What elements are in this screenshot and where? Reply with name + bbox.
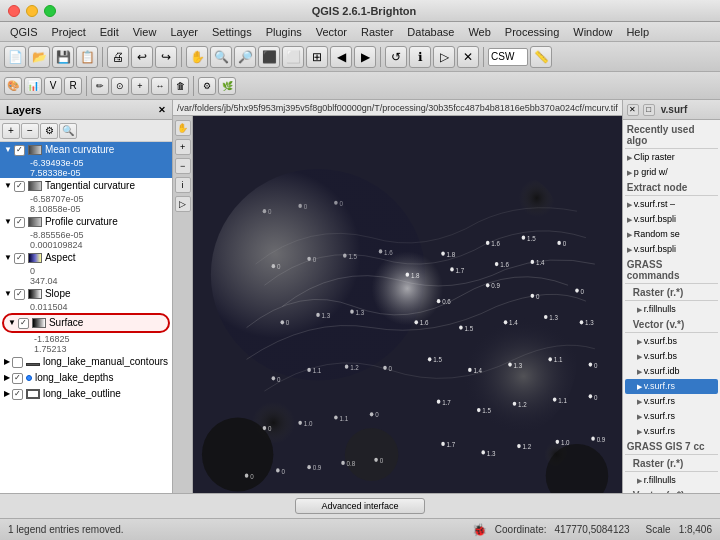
zoom-in-map-button[interactable]: + bbox=[175, 139, 191, 155]
layer-item-profile-curv[interactable]: ▼ Profile curvature bbox=[0, 214, 172, 230]
layer-item-surface[interactable]: ▼ Surface bbox=[2, 313, 170, 333]
maximize-button[interactable] bbox=[44, 5, 56, 17]
new-project-button[interactable]: 📄 bbox=[4, 46, 26, 68]
rp-item-vsrs4[interactable]: ▶ v.surf.rs bbox=[625, 424, 718, 439]
svg-text:0: 0 bbox=[268, 425, 272, 433]
menu-item-view[interactable]: View bbox=[127, 24, 163, 40]
layer-checkbox-slope[interactable] bbox=[14, 289, 25, 300]
svg-text:1.5: 1.5 bbox=[465, 324, 474, 332]
menu-item-help[interactable]: Help bbox=[620, 24, 655, 40]
rp-item-vs2[interactable]: ▶ v.surf.bs bbox=[625, 349, 718, 364]
processing-button[interactable]: ⚙ bbox=[198, 77, 216, 95]
layer-checkbox-surface[interactable] bbox=[18, 318, 29, 329]
add-group-button[interactable]: + bbox=[2, 123, 20, 139]
zoom-selection-button[interactable]: ⬜ bbox=[282, 46, 304, 68]
menu-item-layer[interactable]: Layer bbox=[164, 24, 204, 40]
digitize-button[interactable]: ✏ bbox=[91, 77, 109, 95]
menu-item-database[interactable]: Database bbox=[401, 24, 460, 40]
rp-item-vsurf-rst[interactable]: ▶ v.surf.rst – bbox=[625, 197, 718, 212]
layer-checkbox-aspect[interactable] bbox=[14, 253, 25, 264]
add-feature-button[interactable]: + bbox=[131, 77, 149, 95]
filter-layers-button[interactable]: 🔍 bbox=[59, 123, 77, 139]
scale-input[interactable] bbox=[488, 48, 528, 66]
layer-checkbox-tangential-curv[interactable] bbox=[14, 181, 25, 192]
layer-checkbox-contours[interactable] bbox=[12, 357, 23, 368]
layer-item-depths[interactable]: ▶ long_lake_depths bbox=[0, 370, 172, 386]
zoom-layer-button[interactable]: ⊞ bbox=[306, 46, 328, 68]
print-button[interactable]: 🖨 bbox=[107, 46, 129, 68]
menu-item-qgis[interactable]: QGIS bbox=[4, 24, 44, 40]
rp-item-vs1[interactable]: ▶ v.surf.bs bbox=[625, 334, 718, 349]
open-attribute-table-button[interactable]: 📊 bbox=[24, 77, 42, 95]
menu-item-window[interactable]: Window bbox=[567, 24, 618, 40]
menu-item-edit[interactable]: Edit bbox=[94, 24, 125, 40]
layer-item-slope[interactable]: ▼ Slope bbox=[0, 286, 172, 302]
zoom-next-button[interactable]: ▶ bbox=[354, 46, 376, 68]
rp-item-random-se[interactable]: ▶ Random se bbox=[625, 227, 718, 242]
zoom-out-button[interactable]: 🔎 bbox=[234, 46, 256, 68]
info-map-button[interactable]: i bbox=[175, 177, 191, 193]
open-project-button[interactable]: 📂 bbox=[28, 46, 50, 68]
select-feature-button[interactable]: ▷ bbox=[433, 46, 455, 68]
rp-item-rfillnulls1[interactable]: ▶ r.fillnulls bbox=[625, 302, 718, 317]
zoom-extent-button[interactable]: ⬛ bbox=[258, 46, 280, 68]
rp-item-pgrid[interactable]: ▶ p grid w/ bbox=[625, 165, 718, 180]
svg-point-112 bbox=[379, 249, 383, 253]
grass-button[interactable]: 🌿 bbox=[218, 77, 236, 95]
menu-item-vector[interactable]: Vector bbox=[310, 24, 353, 40]
add-raster-layer-button[interactable]: R bbox=[64, 77, 82, 95]
menu-item-processing[interactable]: Processing bbox=[499, 24, 565, 40]
zoom-in-button[interactable]: 🔍 bbox=[210, 46, 232, 68]
menu-item-project[interactable]: Project bbox=[46, 24, 92, 40]
layer-checkbox-depths[interactable] bbox=[12, 373, 23, 384]
rp-item-clip-raster[interactable]: ▶ Clip raster bbox=[625, 150, 718, 165]
zoom-prev-button[interactable]: ◀ bbox=[330, 46, 352, 68]
save-as-button[interactable]: 📋 bbox=[76, 46, 98, 68]
rp-item-vsrs3[interactable]: ▶ v.surf.rs bbox=[625, 409, 718, 424]
rp-item-vsurf-bsp2[interactable]: ▶ v.surf.bspli bbox=[625, 242, 718, 257]
svg-point-78 bbox=[307, 465, 311, 469]
menu-item-settings[interactable]: Settings bbox=[206, 24, 258, 40]
right-panel-close-2[interactable]: □ bbox=[643, 104, 655, 116]
layer-checkbox-outline[interactable] bbox=[12, 389, 23, 400]
svg-text:0: 0 bbox=[340, 199, 344, 207]
menu-item-raster[interactable]: Raster bbox=[355, 24, 399, 40]
undo-button[interactable]: ↩ bbox=[131, 46, 153, 68]
save-project-button[interactable]: 💾 bbox=[52, 46, 74, 68]
redo-button[interactable]: ↪ bbox=[155, 46, 177, 68]
layer-checkbox-profile-curv[interactable] bbox=[14, 217, 25, 228]
layers-panel-close[interactable]: ✕ bbox=[158, 105, 166, 115]
layer-item-aspect[interactable]: ▼ Aspect bbox=[0, 250, 172, 266]
add-vector-layer-button[interactable]: V bbox=[44, 77, 62, 95]
menu-item-web[interactable]: Web bbox=[462, 24, 496, 40]
node-tool-button[interactable]: ⊙ bbox=[111, 77, 129, 95]
select-map-button[interactable]: ▷ bbox=[175, 196, 191, 212]
pan-map-button[interactable]: ✋ bbox=[175, 120, 191, 136]
layer-item-contours[interactable]: ▶ long_lake_manual_contours bbox=[0, 354, 172, 370]
minimize-button[interactable] bbox=[26, 5, 38, 17]
layer-style-button[interactable]: 🎨 bbox=[4, 77, 22, 95]
map-canvas[interactable]: ✋ + − i ▷ bbox=[173, 116, 622, 518]
remove-layer-button[interactable]: − bbox=[21, 123, 39, 139]
layer-checkbox-mean-curv[interactable] bbox=[14, 145, 25, 156]
zoom-out-map-button[interactable]: − bbox=[175, 158, 191, 174]
layer-item-outline[interactable]: ▶ long_lake_outline bbox=[0, 386, 172, 402]
open-layer-properties-button[interactable]: ⚙ bbox=[40, 123, 58, 139]
identify-button[interactable]: ℹ bbox=[409, 46, 431, 68]
move-feature-button[interactable]: ↔ bbox=[151, 77, 169, 95]
measure-button[interactable]: 📏 bbox=[530, 46, 552, 68]
rp-item-vsrs1[interactable]: ▶ v.surf.rs bbox=[625, 379, 718, 394]
layer-item-mean-curv[interactable]: ▼ Mean curvature bbox=[0, 142, 172, 158]
delete-feature-button[interactable]: 🗑 bbox=[171, 77, 189, 95]
layer-item-tangential-curv[interactable]: ▼ Tangential curvature bbox=[0, 178, 172, 194]
deselect-button[interactable]: ✕ bbox=[457, 46, 479, 68]
menu-item-plugins[interactable]: Plugins bbox=[260, 24, 308, 40]
rp-item-vsrs2[interactable]: ▶ v.surf.rs bbox=[625, 394, 718, 409]
refresh-button[interactable]: ↺ bbox=[385, 46, 407, 68]
rp-item-vsurf-bsp1[interactable]: ▶ v.surf.bspli bbox=[625, 212, 718, 227]
pan-button[interactable]: ✋ bbox=[186, 46, 208, 68]
close-button[interactable] bbox=[8, 5, 20, 17]
rp-item-rfillnulls2[interactable]: ▶ r.fillnulls bbox=[625, 473, 718, 488]
right-panel-close-1[interactable]: ✕ bbox=[627, 104, 639, 116]
rp-item-vsidb1[interactable]: ▶ v.surf.idb bbox=[625, 364, 718, 379]
